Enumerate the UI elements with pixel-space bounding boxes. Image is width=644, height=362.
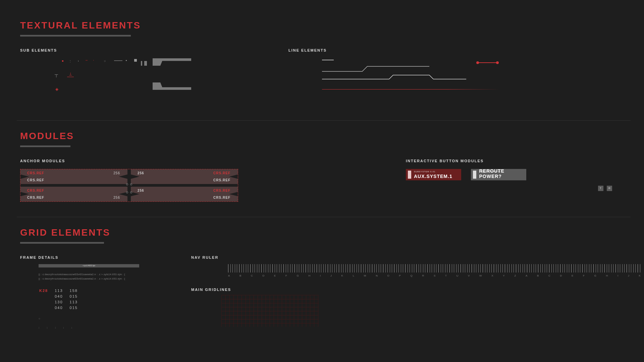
frame-bar-text: ~sys14653.lgn (83, 264, 96, 266)
ruler-label: K (639, 274, 641, 277)
nav-ruler-head: NAV RULER (191, 255, 641, 259)
anchor-module[interactable]: CRS.REF CRS.REF 256 (20, 187, 127, 201)
ruler-label: V (468, 274, 470, 277)
anchor-value: 256 (113, 171, 120, 175)
bracket-bottom-shape (153, 82, 191, 90)
num-cell: 113 (55, 288, 69, 293)
short-line (322, 60, 334, 60)
ruler-label: Z (514, 274, 516, 277)
nav-ruler: ABCDEFGHIJKLMNOPQRSTUVWXYZABCDEFGHIJK (228, 264, 641, 279)
red-node-line (476, 59, 499, 65)
anchor-label-grey: CRS.REF (27, 178, 44, 182)
red-dash-glyph (86, 60, 88, 61)
anchor-label-red: CRS.REF (213, 189, 230, 192)
ruler-label: Q (411, 274, 413, 277)
anchor-value: 256 (138, 189, 144, 192)
ruler-label: A (228, 274, 230, 277)
red-underline-glyph: ⊥ (67, 72, 74, 77)
ruler-label: X (491, 274, 493, 277)
textural-title: TEXTURAL ELEMENTS (20, 20, 624, 31)
code-line: || : c:dworyfrrootoksbaaooszwt03vt01saww… (39, 277, 131, 281)
anchor-module[interactable]: CRS.REF CRS.REF 256 (131, 169, 238, 184)
aux-system-button[interactable]: SUBSYSTEM 0.01 AUX.SYSTEM.1 (406, 169, 461, 180)
connector-dots (126, 183, 132, 185)
reroute-power-button[interactable]: SUBSYSTEM 0.01 REROUTE POWER? (471, 169, 526, 180)
anchor-modules-head: ANCHOR MODULES (20, 159, 238, 163)
button-subtitle: SUBSYSTEM 0.01 (414, 171, 435, 173)
anchor-module[interactable]: CRS.REF CRS.REF 256 (20, 169, 127, 184)
ruler-label: O (387, 274, 389, 277)
section-divider (17, 217, 631, 217)
stepped-line-2 (322, 74, 466, 80)
ruler-label: I (320, 274, 321, 277)
square-glyph (134, 59, 137, 62)
tiny-button-t[interactable]: T (598, 186, 603, 191)
thin-bar-glyph (141, 61, 142, 66)
ruler-label: Y (503, 274, 504, 277)
gridlines-head: MAIN GRIDLINES (191, 288, 641, 292)
ruler-label: T (445, 274, 447, 277)
diamond-icon: ◈ (55, 87, 58, 92)
frame-label-bar: ~sys14653.lgn (39, 264, 139, 267)
main-gridlines (221, 295, 319, 327)
interactive-buttons-head: INTERACTIVE BUTTON MODULES (406, 159, 537, 163)
ruler-label: J (628, 274, 629, 277)
section-grid: GRID ELEMENTS FRAME DETAILS ~sys14653.lg… (20, 227, 624, 329)
ruler-label: S (434, 274, 435, 277)
anchor-label-red: CRS.REF (27, 171, 44, 175)
anchor-value: 256 (113, 196, 120, 199)
ruler-label: A (526, 274, 527, 277)
frame-number-grid: K28113158 040015 130113 040015 (39, 288, 85, 311)
line-elements-canvas (288, 58, 503, 105)
ruler-label: R (422, 274, 424, 277)
button-title: AUX.SYSTEM.1 (414, 174, 452, 179)
anchor-label-red: CRS.REF (213, 171, 230, 175)
ruler-label: E (572, 274, 573, 277)
ruler-label: B (239, 274, 241, 277)
colon-glyph: : (70, 59, 71, 63)
ruler-label: H (309, 274, 311, 277)
t-bar-glyph: ┬ (55, 72, 58, 77)
anchor-module[interactable]: CRS.REF CRS.REF 256 (131, 187, 238, 201)
ruler-label: F (583, 274, 585, 277)
num-cell: 015 (70, 305, 84, 310)
num-cell (39, 305, 54, 310)
grid-title: GRID ELEMENTS (20, 227, 624, 238)
ruler-label: M (364, 274, 366, 277)
red-dot-glyph (62, 60, 63, 62)
num-cell: K28 (39, 288, 54, 293)
line-elements-head: LINE ELEMENTS (288, 48, 503, 52)
anchor-label-red: CRS.REF (27, 189, 44, 192)
dot-row: : : : : : (39, 326, 131, 329)
anchor-label-grey: CRS.REF (27, 196, 44, 199)
anchor-value: 256 (138, 171, 144, 175)
num-cell (39, 294, 54, 299)
bracket-top-shape (153, 58, 191, 66)
chevron-right-icon: › (78, 59, 79, 63)
anchor-label-grey: CRS.REF (213, 196, 230, 199)
ruler-labels: ABCDEFGHIJKLMNOPQRSTUVWXYZABCDEFGHIJK (228, 274, 641, 277)
ruler-label: G (297, 274, 299, 277)
num-cell: 040 (55, 294, 69, 299)
small-dot-glyph (126, 60, 127, 61)
red-tick-glyph: ' (93, 59, 94, 63)
ruler-label: C (548, 274, 550, 277)
ruler-label: P (399, 274, 401, 277)
ruler-ticks (228, 264, 641, 273)
code-line: || : c:dworyfrrootoksbaaooszwt03vt01saww… (39, 272, 131, 277)
section-textural: TEXTURAL ELEMENTS SUB ELEMENTS : › ' ○ ┬… (20, 20, 624, 105)
ruler-label: F (285, 274, 287, 277)
section-modules: MODULES ANCHOR MODULES CRS.REF CRS.REF 2… (20, 131, 624, 202)
tiny-button-r[interactable]: R (607, 186, 612, 191)
modules-title: MODULES (20, 131, 624, 141)
num-cell: 015 (70, 294, 84, 299)
ruler-label: D (263, 274, 265, 277)
frame-details-head: FRAME DETAILS (20, 255, 131, 259)
num-cell: 130 (55, 300, 69, 305)
ruler-label: N (376, 274, 378, 277)
small-circle-icon: ○ (39, 317, 131, 320)
button-title: REROUTE POWER? (479, 168, 526, 179)
ruler-label: K (341, 274, 343, 277)
circle-glyph: ○ (104, 59, 106, 63)
ruler-label: C (251, 274, 253, 277)
